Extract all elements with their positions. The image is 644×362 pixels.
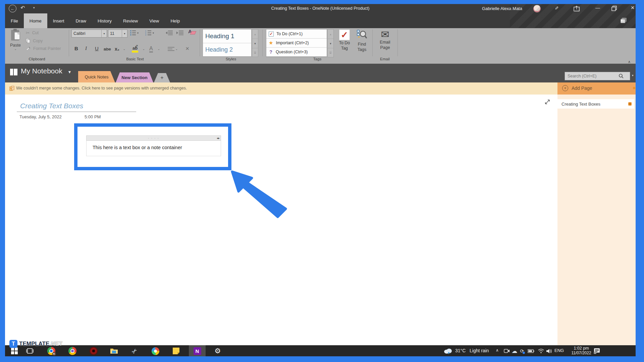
- close-button[interactable]: ×: [628, 4, 638, 13]
- search-input[interactable]: [567, 73, 619, 79]
- notification-message[interactable]: We couldn't merge some changes. Click he…: [16, 86, 187, 90]
- tab-review[interactable]: Review: [117, 13, 144, 28]
- note-resize-icon[interactable]: ◂▸: [217, 136, 220, 140]
- chrome-icon[interactable]: [68, 347, 77, 355]
- search-scope-dropdown-icon[interactable]: ▾: [632, 74, 634, 77]
- action-center-icon[interactable]: [592, 347, 601, 355]
- note-container-header[interactable]: · · · · ◂▸: [86, 135, 221, 141]
- section-tab-new-section[interactable]: New Section: [116, 72, 153, 82]
- indent-button[interactable]: [176, 30, 184, 37]
- tag-important[interactable]: ★ Important (Ctrl+2): [266, 39, 327, 48]
- styles-more-button[interactable]: ⍗: [252, 48, 258, 57]
- copy-button[interactable]: Copy: [26, 38, 43, 43]
- avatar[interactable]: [533, 5, 541, 12]
- font-name-select[interactable]: Calibri ▾: [71, 29, 107, 38]
- settings-gear-icon[interactable]: ⚙: [213, 347, 222, 355]
- weather-description[interactable]: Light rain: [470, 348, 489, 353]
- expand-page-icon[interactable]: [544, 99, 551, 105]
- subscript-button[interactable]: x₂: [115, 46, 119, 52]
- font-size-select[interactable]: 11 ▾: [108, 29, 127, 38]
- bold-button[interactable]: B: [74, 46, 78, 51]
- restore-button[interactable]: [611, 6, 617, 12]
- notification-bar[interactable]: We couldn't merge some changes. Click he…: [5, 82, 557, 95]
- tab-home[interactable]: Home: [24, 13, 47, 28]
- bullets-button[interactable]: ▾: [130, 30, 139, 36]
- tags-more-button[interactable]: ⍗: [328, 48, 333, 57]
- strikethrough-button[interactable]: abe: [104, 47, 111, 52]
- switch-windows-icon[interactable]: [620, 17, 628, 26]
- styles-gallery-scroll[interactable]: ▴ ▾ ⍗: [252, 29, 258, 57]
- subscript-dropdown-icon[interactable]: ⌄: [123, 48, 125, 51]
- styles-up-button[interactable]: ▴: [252, 29, 258, 39]
- wifi-icon[interactable]: [537, 347, 545, 355]
- page-list-item[interactable]: Creating Text Boxes: [557, 99, 634, 109]
- underline-button[interactable]: U: [95, 46, 99, 51]
- styles-down-button[interactable]: ▾: [252, 39, 258, 48]
- tray-overflow-chevron-icon[interactable]: ∧: [496, 348, 499, 353]
- weather-icon[interactable]: [443, 347, 452, 355]
- search-icon[interactable]: [619, 73, 624, 79]
- weather-temperature[interactable]: 31°C: [455, 348, 466, 353]
- tags-gallery-scroll[interactable]: ▴ ▾ ⍗: [327, 29, 334, 57]
- note-text[interactable]: This here is a text box or a note contai…: [87, 141, 221, 150]
- tag-todo[interactable]: ✓ To Do (Ctrl+1): [266, 29, 327, 39]
- clock[interactable]: 1:02 pm 11/07/2022: [570, 346, 593, 355]
- italic-button[interactable]: I: [85, 46, 87, 51]
- file-explorer-icon[interactable]: [110, 347, 118, 355]
- tab-help[interactable]: Help: [165, 13, 185, 28]
- font-size-dropdown-icon[interactable]: ▾: [122, 30, 127, 37]
- search-box[interactable]: [565, 72, 630, 80]
- font-name-dropdown-icon[interactable]: ▾: [101, 30, 107, 37]
- onenote-taskbar-icon[interactable]: N: [193, 347, 202, 355]
- add-section-tab[interactable]: +: [154, 73, 170, 82]
- cut-button[interactable]: ✂ Cut: [26, 30, 39, 36]
- note-container-body[interactable]: This here is a text box or a note contai…: [86, 141, 221, 156]
- page-title[interactable]: Creating Text Boxes: [20, 102, 83, 110]
- highlight-button[interactable]: ab ✎: [132, 45, 138, 51]
- pen-mode-icon[interactable]: ✎: [554, 6, 559, 10]
- outdent-button[interactable]: [165, 30, 173, 37]
- clear-formatting-button[interactable]: A: [187, 28, 196, 37]
- tab-history[interactable]: History: [92, 13, 117, 28]
- paragraph-align-button[interactable]: ⌄: [168, 47, 178, 52]
- app-red-icon[interactable]: [89, 347, 98, 355]
- highlight-dropdown-icon[interactable]: ⌄: [143, 48, 145, 51]
- tags-up-button[interactable]: ▴: [328, 29, 333, 39]
- tab-view[interactable]: View: [144, 13, 165, 28]
- tab-draw[interactable]: Draw: [70, 13, 92, 28]
- email-page-button[interactable]: ✉ EmailPage: [375, 29, 395, 50]
- delete-button[interactable]: ×: [185, 45, 189, 52]
- paste-dropdown-icon[interactable]: ⌄: [7, 48, 23, 51]
- battery-icon[interactable]: [527, 347, 535, 355]
- styles-gallery[interactable]: Heading 1 Heading 2: [203, 29, 252, 57]
- find-tags-button[interactable]: FindTags: [354, 29, 370, 52]
- paint-icon[interactable]: [151, 347, 160, 355]
- section-tab-quick-notes[interactable]: Quick Notes: [78, 71, 115, 82]
- add-page-button[interactable]: + Add Page: [557, 82, 636, 95]
- note-container-grip[interactable]: · · · ·: [87, 136, 221, 140]
- tab-file[interactable]: File: [5, 13, 24, 28]
- style-heading1[interactable]: Heading 1: [203, 29, 251, 43]
- sticky-notes-icon[interactable]: [172, 347, 180, 355]
- snipping-tool-icon[interactable]: ✂: [130, 347, 139, 355]
- format-painter-button[interactable]: Format Painter: [26, 46, 61, 51]
- notebook-dropdown[interactable]: My Notebook ▼: [21, 67, 71, 75]
- todo-tag-button[interactable]: ✓ To DoTag: [336, 29, 353, 51]
- tag-question[interactable]: ? Question (Ctrl+3): [266, 48, 327, 56]
- tags-down-button[interactable]: ▾: [328, 39, 333, 48]
- paste-button[interactable]: Paste ⌄: [7, 29, 23, 56]
- font-color-button[interactable]: A: [149, 46, 153, 53]
- style-heading2[interactable]: Heading 2: [203, 43, 251, 56]
- numbering-button[interactable]: 123 ▾: [145, 30, 154, 36]
- font-color-dropdown-icon[interactable]: ⌄: [158, 48, 160, 51]
- minimize-button[interactable]: —: [593, 5, 603, 12]
- user-name[interactable]: Gabrielle Alexa Mata: [482, 6, 522, 11]
- volume-icon[interactable]: [545, 347, 553, 355]
- language-indicator[interactable]: ENG: [554, 348, 564, 353]
- share-icon[interactable]: [574, 6, 580, 13]
- tags-gallery[interactable]: ✓ To Do (Ctrl+1) ★ Important (Ctrl+2) ? …: [266, 29, 327, 57]
- sync-icon[interactable]: ⟳: [518, 347, 526, 355]
- page-canvas[interactable]: Creating Text Boxes Tuesday, July 5, 202…: [5, 95, 557, 345]
- tab-insert[interactable]: Insert: [47, 13, 70, 28]
- clock-time: 1:02 pm: [570, 346, 593, 351]
